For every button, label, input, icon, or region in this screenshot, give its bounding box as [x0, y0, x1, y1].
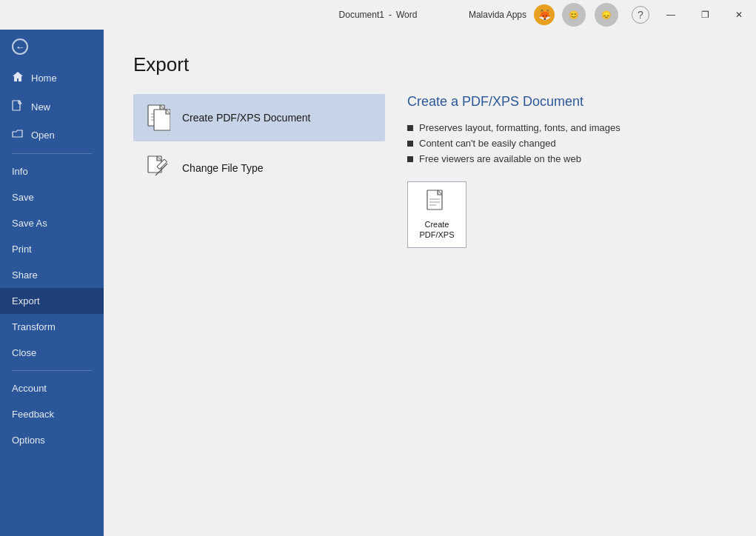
change-filetype-option[interactable]: Change File Type [133, 144, 385, 192]
sidebar-item-account[interactable]: Account [0, 375, 104, 401]
bullet-square-1 [407, 125, 413, 131]
sidebar-item-home[interactable]: Home [0, 64, 104, 93]
sidebar-item-new-label: New [31, 101, 50, 113]
sidebar-item-new[interactable]: New [0, 93, 104, 121]
app-body: ← Home New Open [0, 30, 756, 536]
home-icon [12, 71, 24, 85]
bullet-2: Content can't be easily changed [407, 135, 704, 151]
sidebar-item-close-label: Close [12, 347, 36, 358]
minimize-button[interactable]: — [654, 0, 688, 30]
nav-divider-1 [12, 153, 92, 154]
export-layout: Create PDF/XPS Document Change Fi [133, 94, 726, 521]
avatar: 😊 [562, 3, 586, 27]
sidebar-item-close[interactable]: Close [0, 340, 104, 366]
sidebar: ← Home New Open [0, 30, 104, 536]
change-filetype-label: Change File Type [182, 162, 263, 174]
sidebar-item-print[interactable]: Print [0, 236, 104, 262]
sidebar-item-share[interactable]: Share [0, 262, 104, 288]
close-button[interactable]: ✕ [722, 0, 756, 30]
title-separator: - [389, 10, 392, 20]
create-pdf-button-label: CreatePDF/XPS [419, 219, 454, 241]
detail-title: Create a PDF/XPS Document [407, 94, 704, 110]
back-arrow-icon: ← [12, 38, 28, 55]
detail-bullets: Preserves layout, formatting, fonts, and… [407, 120, 704, 167]
company-icon: 🦊 [534, 4, 555, 25]
sidebar-item-feedback[interactable]: Feedback [0, 401, 104, 427]
bullet-1-text: Preserves layout, formatting, fonts, and… [419, 122, 620, 133]
company-label: Malavida Apps [469, 10, 526, 20]
bullet-3-text: Free viewers are available on the web [419, 153, 581, 164]
bullet-1: Preserves layout, formatting, fonts, and… [407, 120, 704, 135]
sidebar-item-save-as-label: Save As [12, 218, 47, 229]
sidebar-nav: Home New Open Info Save [0, 64, 104, 536]
avatar-2: 😞 [595, 3, 618, 27]
bullet-2-text: Content can't be easily changed [419, 138, 556, 149]
sidebar-item-open-label: Open [31, 130, 55, 141]
sidebar-item-transform-label: Transform [12, 321, 56, 332]
sidebar-item-share-label: Share [12, 269, 38, 281]
sidebar-item-open[interactable]: Open [0, 121, 104, 149]
sidebar-item-info-label: Info [12, 166, 28, 177]
app-name: Word [396, 10, 417, 20]
sidebar-item-transform[interactable]: Transform [0, 314, 104, 340]
sidebar-item-save-label: Save [12, 192, 34, 203]
sidebar-item-export[interactable]: Export [0, 288, 104, 314]
title-bar-right: Malavida Apps 🦊 😊 😞 ? — ❐ ✕ [463, 0, 756, 30]
sidebar-item-save-as[interactable]: Save As [0, 210, 104, 236]
change-filetype-icon [145, 155, 172, 181]
create-pdf-button-icon [426, 190, 448, 215]
bullet-square-3 [407, 156, 413, 162]
help-button[interactable]: ? [632, 6, 649, 24]
sidebar-item-export-label: Export [12, 295, 40, 306]
new-icon [12, 100, 24, 114]
sidebar-item-print-label: Print [12, 244, 32, 255]
nav-divider-2 [12, 370, 92, 371]
sidebar-item-options-label: Options [12, 435, 45, 446]
sidebar-item-home-label: Home [31, 73, 57, 84]
title-bar: Document1 - Word Malavida Apps 🦊 😊 😞 ? —… [0, 0, 756, 30]
document-name: Document1 [339, 10, 384, 20]
sidebar-item-options[interactable]: Options [0, 427, 104, 453]
bullet-square-2 [407, 141, 413, 147]
sidebar-bottom: Account Feedback Options [0, 375, 104, 459]
page-title: Export [133, 53, 726, 76]
create-pdf-icon [145, 104, 172, 131]
export-detail-panel: Create a PDF/XPS Document Preserves layo… [385, 94, 726, 521]
sidebar-item-save[interactable]: Save [0, 184, 104, 210]
sidebar-item-info[interactable]: Info [0, 158, 104, 184]
export-options-panel: Create PDF/XPS Document Change Fi [133, 94, 385, 521]
title-bar-center: Document1 - Word [339, 10, 418, 20]
content-area: Export [104, 30, 756, 536]
sidebar-item-account-label: Account [12, 383, 47, 394]
sidebar-item-feedback-label: Feedback [12, 409, 54, 420]
create-pdf-option[interactable]: Create PDF/XPS Document [133, 94, 385, 141]
sidebar-back-button[interactable]: ← [0, 30, 104, 64]
create-pdf-button[interactable]: CreatePDF/XPS [407, 181, 466, 248]
open-icon [12, 129, 24, 141]
restore-button[interactable]: ❐ [688, 0, 722, 30]
create-pdf-label: Create PDF/XPS Document [182, 112, 311, 124]
bullet-3: Free viewers are available on the web [407, 151, 704, 167]
